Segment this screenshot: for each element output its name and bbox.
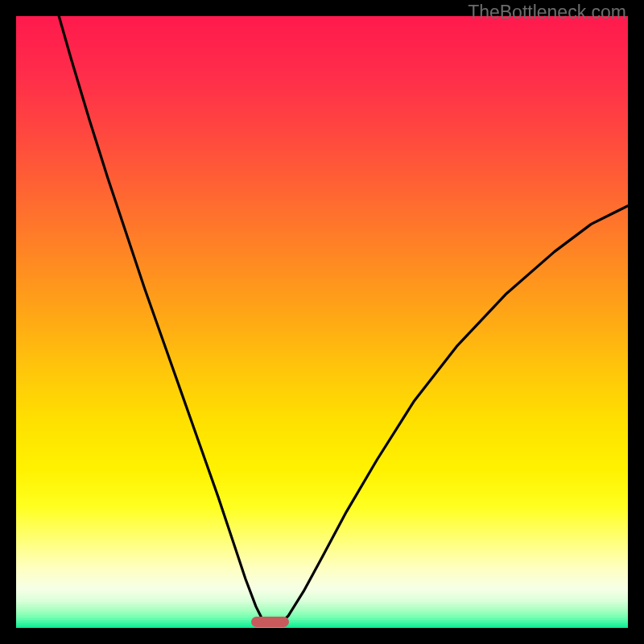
chart-frame: TheBottleneck.com <box>0 0 644 644</box>
minimum-marker <box>251 617 289 627</box>
plot-area <box>16 16 628 628</box>
watermark-text: TheBottleneck.com <box>468 2 626 23</box>
